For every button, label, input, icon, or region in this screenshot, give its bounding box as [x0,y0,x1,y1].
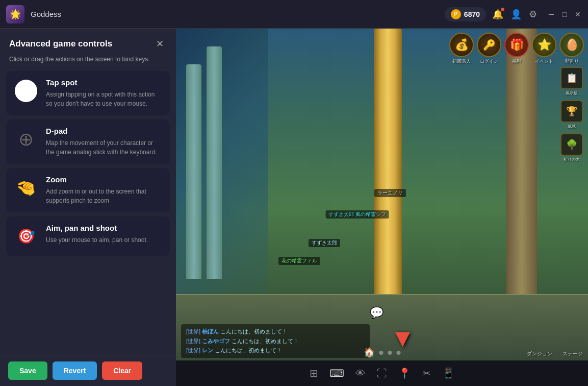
hud-item-1[interactable]: 💰 初回購入 [449,33,474,65]
aim-icon: 🎯 [13,224,39,249]
zoom-name: Zoom [46,175,163,184]
toolbar-fullscreen-icon[interactable]: ⛶ [377,368,387,379]
player-name-3: すずき太郎 [309,239,340,247]
controls-list: Tap spot Assign tapping on a spot with t… [0,71,176,355]
home-icon[interactable]: 🏠 [364,347,375,358]
hud-item-4[interactable]: ⭐ イベント [532,33,556,65]
notification-icon[interactable]: 🔔 [492,9,503,20]
hud-avatar-1: 💰 [449,33,474,57]
hud-label-2: ログイン [480,58,498,65]
zoom-pinch-icon: 🤏 [16,178,36,198]
player-label-4: 花の精霊フィル [278,257,320,265]
toolbar-scissors-icon[interactable]: ✂ [422,367,431,379]
tap-spot-name: Tap spot [46,78,163,87]
dot-1: ⬤ [379,350,384,355]
toolbar-mobile-icon[interactable]: 📱 [442,367,455,379]
tap-spot-card[interactable]: Tap spot Assign tapping on a spot with t… [6,71,170,115]
skill-icon-2: 🏆 [560,100,583,123]
dpad-name: D-pad [46,127,163,135]
panel-subtitle: Click or drag the actions on the screen … [0,55,176,71]
tap-spot-icon [13,78,39,104]
zoom-icon: 🤏 [13,175,39,201]
bottom-right-labels: ダンジョン ステージ [527,350,583,357]
aim-name: Aim, pan and shoot [46,224,163,232]
aim-card[interactable]: 🎯 Aim, pan and shoot Use your mouse to a… [6,216,170,256]
bottom-buttons: Save Revert Clear [0,355,176,386]
clear-button[interactable]: Clear [102,361,142,380]
skill-label-1: 掲示板 [566,90,578,96]
hud-label-4: イベント [535,58,553,65]
chat-name-2: こみやゴフ [202,338,230,344]
chat-line-1: [世界] 柚ぼん こんにちは、初めまして！ [186,327,365,336]
skill-label-3: 祈りの木 [564,157,580,162]
dpad-desc: Map the movement of your character or th… [46,138,163,157]
toolbar-keyboard-icon[interactable]: ⌨ [329,367,344,379]
app-icon-symbol: 🌟 [10,9,21,20]
tap-spot-desc: Assign tapping on a spot with this actio… [46,90,163,108]
chat-msg-1: こんにちは、初めまして！ [220,328,288,334]
close-window-button[interactable]: ✕ [574,10,582,18]
aim-desc: Use your mouse to aim, pan or shoot. [46,235,163,245]
dpad-card[interactable]: ⊕ D-pad Map the movement of your charact… [6,119,170,164]
coin-badge: P 6870 [445,7,486,21]
hud-item-5[interactable]: 🥚 卵割り [559,33,584,65]
chat-bubble-icon[interactable]: 💬 [370,306,384,320]
left-panel: Advanced game controls ✕ Click or drag t… [0,29,176,386]
top-bar-icons: 🔔 👤 ⚙ [492,9,537,20]
dpad-symbol-icon: ⊕ [18,129,34,150]
zoom-desc: Add zoom in or out to the screen that su… [46,187,163,205]
top-hud: 💰 初回購入 🔑 ログイン 🎁 福利 ⭐ イベント 🥚 卵割り [449,33,584,65]
tap-spot-info: Tap spot Assign tapping on a spot with t… [46,78,163,108]
main-content: Advanced game controls ✕ Click or drag t… [0,29,588,386]
right-structure-1 [506,29,537,297]
hud-label-1: 初回購入 [452,58,471,65]
save-button[interactable]: Save [8,361,47,380]
toolbar-list-icon[interactable]: ⊞ [310,367,318,379]
player-name-2: すずき太郎 風の精霊シフ [325,210,389,219]
panel-close-button[interactable]: ✕ [152,37,167,51]
top-bar: 🌟 Goddess P 6870 🔔 👤 ⚙ ─ □ ✕ [0,0,588,29]
skill-item-3[interactable]: 🌳 祈りの木 [560,133,583,162]
app-title: Goddess [31,10,439,18]
tap-circle-icon [15,80,37,102]
coin-amount: 6870 [464,10,480,18]
dungeon-label: ダンジョン [527,350,552,357]
toolbar-eye-icon[interactable]: 👁 [355,368,366,379]
chat-name-3: レン [202,347,213,353]
minimize-button[interactable]: ─ [547,10,555,18]
hud-item-2[interactable]: 🔑 ログイン [477,33,501,65]
bottom-toolbar: ⊞ ⌨ 👁 ⛶ 📍 ✂ 📱 [176,360,588,386]
hud-avatar-4: ⭐ [532,33,556,57]
maximize-button[interactable]: □ [560,10,569,18]
left-pillar-2 [207,46,222,279]
hud-avatar-3: 🎁 [504,33,529,57]
panel-header: Advanced game controls ✕ [0,29,176,55]
player-name-1: ラーユノリ [374,189,406,197]
aim-info: Aim, pan and shoot Use your mouse to aim… [46,224,163,245]
chat-msg-2: こんにちは、初めまして！ [232,338,299,344]
player-label-1: ラーユノリ [374,189,406,197]
skill-label-2: 成就 [568,124,576,129]
revert-button[interactable]: Revert [53,361,97,380]
panel-title: Advanced game controls [9,39,112,49]
skill-item-1[interactable]: 📋 掲示板 [560,67,583,96]
chat-name-1: 柚ぼん [202,328,219,334]
chat-line-2: [世界] こみやゴフ こんにちは、初めまして！ [186,336,365,346]
toolbar-location-icon[interactable]: 📍 [398,367,411,379]
skill-item-2[interactable]: 🏆 成就 [560,100,583,129]
hud-label-5: 卵割り [565,58,579,65]
hud-item-3[interactable]: 🎁 福利 [504,33,529,65]
game-screen[interactable]: 💰 初回購入 🔑 ログイン 🎁 福利 ⭐ イベント 🥚 卵割り [176,29,588,386]
app-icon: 🌟 [6,5,24,23]
settings-icon[interactable]: ⚙ [529,9,537,20]
chat-prefix-1: [世界] [186,328,200,334]
skill-icon-3: 🌳 [560,133,583,156]
chat-msg-3: こんにちは、初めまして！ [215,347,282,353]
skill-icon-1: 📋 [560,67,583,89]
zoom-info: Zoom Add zoom in or out to the screen th… [46,175,163,205]
hud-avatar-5: 🥚 [559,33,584,57]
profile-icon[interactable]: 👤 [510,9,522,20]
zoom-card[interactable]: 🤏 Zoom Add zoom in or out to the screen … [6,168,170,212]
game-chat: [世界] 柚ぼん こんにちは、初めまして！ [世界] こみやゴフ こんにちは、初… [181,324,370,358]
game-background: 💰 初回購入 🔑 ログイン 🎁 福利 ⭐ イベント 🥚 卵割り [176,29,588,386]
